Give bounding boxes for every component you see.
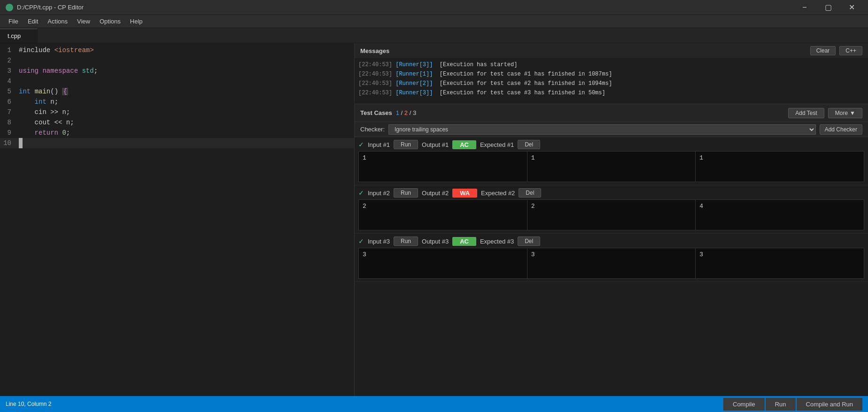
test-case-3: ✓ Input #3 Run Output #3 AC Expected #3 … [355,234,868,282]
msg-line-4: [22:40:53] [Runner[3]] [Execution for te… [358,88,864,98]
tc1-boxes: 1 1 1 [358,151,864,182]
code-line-7: 7 cin >> n; [0,107,354,117]
tc2-check-icon: ✓ [358,189,364,197]
tc1-check-icon: ✓ [358,141,364,148]
tc1-header: ✓ Input #1 Run Output #1 AC Expected #1 … [358,140,864,149]
tc3-output-label: Output #3 [422,238,449,245]
cursor-position: Line 10, Column 2 [6,401,51,407]
tc2-del-button[interactable]: Del [519,188,541,198]
tc2-run-button[interactable]: Run [394,188,418,198]
titlebar: D:/CPP/t.cpp - CP Editor − ▢ ✕ [0,0,868,15]
code-area[interactable]: 1 #include <iostream> 2 3 using namespac… [0,43,354,396]
count-fail: 2 [404,109,408,116]
editor-pane[interactable]: 1 #include <iostream> 2 3 using namespac… [0,43,355,396]
line-num-3: 3 [0,66,19,76]
chevron-down-icon: ▼ [850,110,855,116]
checker-label: Checker: [360,126,385,133]
menu-edit[interactable]: Edit [23,16,43,27]
line-num-8: 8 [0,117,19,128]
status-actions: Compile Run Compile and Run [723,398,862,411]
menu-view[interactable]: View [72,16,95,27]
tc2-expected-label: Expected #2 [481,190,515,197]
checker-bar: Checker: Ignore trailing spaces Add Chec… [355,122,868,137]
line-content-5: int main() { [19,86,68,97]
tc1-expected-box[interactable]: 1 [696,152,864,182]
more-button[interactable]: More ▼ [828,108,862,118]
tc2-input-box[interactable]: 2 [359,200,527,230]
msg-line-3: [22:40:53] [Runner[2]] [Execution for te… [358,79,864,88]
testcases-scroll[interactable]: ✓ Input #1 Run Output #1 AC Expected #1 … [355,137,868,396]
tc3-boxes: 3 3 3 [358,248,864,279]
menu-help[interactable]: Help [125,16,147,27]
menu-file[interactable]: File [4,16,23,27]
line-content-9: return 0; [19,128,70,138]
tc3-header: ✓ Input #3 Run Output #3 AC Expected #3 … [358,237,864,246]
tc3-status-badge: AC [452,237,476,246]
status-bar: Line 10, Column 2 Compile Run Compile an… [0,396,868,412]
maximize-button[interactable]: ▢ [817,0,839,15]
messages-actions: Clear C++ [810,46,862,55]
tc2-output-label: Output #2 [422,190,449,197]
right-panel: Messages Clear C++ [22:40:53] [Runner[3]… [355,43,868,396]
tc1-del-button[interactable]: Del [518,140,540,149]
tabs-bar: t.cpp [0,28,868,43]
testcases-header: Test Cases 1 / 2 / 3 Add Test More ▼ [355,104,868,122]
compile-button[interactable]: Compile [723,398,765,411]
count-pass: 1 [396,109,399,116]
testcases-count: 1 / 2 / 3 [396,109,416,116]
window-title: D:/CPP/t.cpp - CP Editor [17,4,84,11]
line-num-9: 9 [0,128,19,138]
line-num-2: 2 [0,55,19,66]
more-label: More [835,110,848,116]
code-line-1: 1 #include <iostream> [0,45,354,55]
tc3-run-button[interactable]: Run [394,237,418,246]
msg-line-2: [22:40:53] [Runner[1]] [Execution for te… [358,69,864,79]
code-line-9: 9 return 0; [0,128,354,138]
run-button[interactable]: Run [766,398,796,411]
tc3-expected-box[interactable]: 3 [696,248,864,278]
tc3-output-box: 3 [527,248,696,278]
count-sep2: / [410,109,413,116]
tc3-check-icon: ✓ [358,237,364,245]
lang-button[interactable]: C++ [839,46,862,55]
checker-select[interactable]: Ignore trailing spaces [388,124,816,135]
window-controls: − ▢ ✕ [794,0,862,15]
compile-run-button[interactable]: Compile and Run [797,398,862,411]
code-line-10: 10 [0,138,354,148]
tc2-status-badge: WA [452,189,477,198]
add-checker-button[interactable]: Add Checker [820,124,862,135]
tc3-expected-label: Expected #3 [480,238,514,245]
tc2-input-label: Input #2 [368,190,390,197]
tab-tcpp[interactable]: t.cpp [0,29,38,43]
add-test-button[interactable]: Add Test [788,108,824,118]
tc1-input-label: Input #1 [368,141,390,148]
testcases-title: Test Cases [360,109,392,116]
line-num-1: 1 [0,45,19,55]
msg-line-1: [22:40:53] [Runner[3]] [Execution has st… [358,60,864,69]
minimize-button[interactable]: − [794,0,815,15]
tc3-input-box[interactable]: 3 [359,248,527,278]
menu-actions[interactable]: Actions [43,16,72,27]
code-line-5: 5 int main() { [0,86,354,97]
tc2-expected-box[interactable]: 4 [696,200,864,230]
tc1-input-box[interactable]: 1 [359,152,527,182]
tc2-boxes: 2 2 4 [358,199,864,230]
line-content-7: cin >> n; [19,107,70,117]
tab-label: t.cpp [8,32,21,39]
code-line-6: 6 int n; [0,97,354,107]
close-button[interactable]: ✕ [841,0,862,15]
clear-button[interactable]: Clear [810,46,836,55]
tc3-del-button[interactable]: Del [518,237,540,246]
code-line-3: 3 using namespace std; [0,66,354,76]
main-layout: 1 #include <iostream> 2 3 using namespac… [0,43,868,396]
count-sep1: / [401,109,404,116]
messages-body: [22:40:53] [Runner[3]] [Execution has st… [355,58,868,104]
messages-header: Messages Clear C++ [355,43,868,58]
line-num-7: 7 [0,107,19,117]
tc2-output-box: 2 [527,200,696,230]
tc1-run-button[interactable]: Run [394,140,418,149]
app-icon [6,4,13,11]
line-content-10 [19,138,23,148]
menu-options[interactable]: Options [95,16,125,27]
line-content-3: using namespace std; [19,66,98,76]
